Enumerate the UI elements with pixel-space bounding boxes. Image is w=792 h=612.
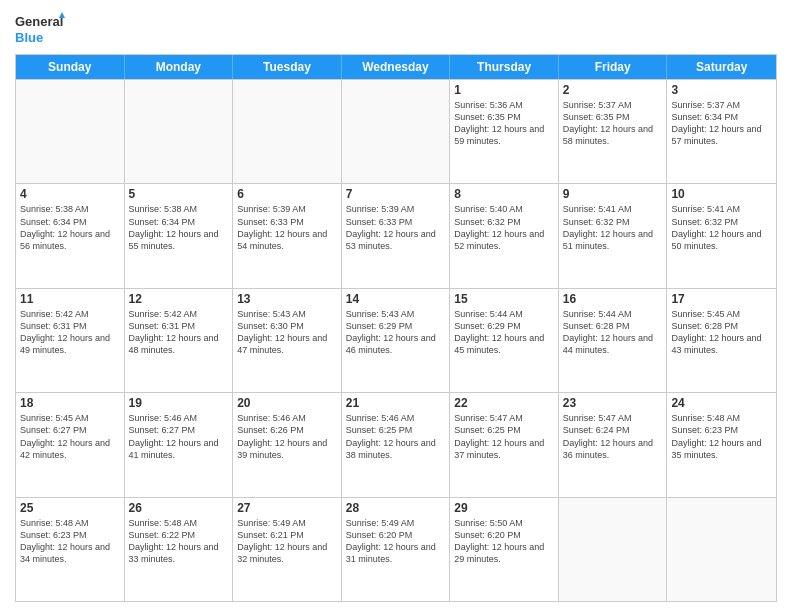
calendar-cell-0-4: 1Sunrise: 5:36 AM Sunset: 6:35 PM Daylig… [450,80,559,183]
day-detail-15: Sunrise: 5:44 AM Sunset: 6:29 PM Dayligh… [454,308,554,357]
day-number-23: 23 [563,396,663,410]
day-number-9: 9 [563,187,663,201]
logo: General Blue [15,10,65,48]
day-number-14: 14 [346,292,446,306]
day-number-27: 27 [237,501,337,515]
calendar-row-1: 4Sunrise: 5:38 AM Sunset: 6:34 PM Daylig… [16,183,776,287]
calendar-cell-3-2: 20Sunrise: 5:46 AM Sunset: 6:26 PM Dayli… [233,393,342,496]
calendar-cell-1-1: 5Sunrise: 5:38 AM Sunset: 6:34 PM Daylig… [125,184,234,287]
day-detail-12: Sunrise: 5:42 AM Sunset: 6:31 PM Dayligh… [129,308,229,357]
calendar-header-row: SundayMondayTuesdayWednesdayThursdayFrid… [16,55,776,79]
calendar-cell-2-1: 12Sunrise: 5:42 AM Sunset: 6:31 PM Dayli… [125,289,234,392]
logo-svg: General Blue [15,10,65,48]
day-number-7: 7 [346,187,446,201]
day-detail-27: Sunrise: 5:49 AM Sunset: 6:21 PM Dayligh… [237,517,337,566]
day-detail-2: Sunrise: 5:37 AM Sunset: 6:35 PM Dayligh… [563,99,663,148]
header-cell-thursday: Thursday [450,55,559,79]
header: General Blue [15,10,777,48]
header-cell-tuesday: Tuesday [233,55,342,79]
day-number-11: 11 [20,292,120,306]
calendar-cell-4-2: 27Sunrise: 5:49 AM Sunset: 6:21 PM Dayli… [233,498,342,601]
day-number-28: 28 [346,501,446,515]
day-detail-28: Sunrise: 5:49 AM Sunset: 6:20 PM Dayligh… [346,517,446,566]
day-number-3: 3 [671,83,772,97]
day-number-18: 18 [20,396,120,410]
day-detail-19: Sunrise: 5:46 AM Sunset: 6:27 PM Dayligh… [129,412,229,461]
calendar-cell-2-3: 14Sunrise: 5:43 AM Sunset: 6:29 PM Dayli… [342,289,451,392]
day-detail-24: Sunrise: 5:48 AM Sunset: 6:23 PM Dayligh… [671,412,772,461]
day-detail-6: Sunrise: 5:39 AM Sunset: 6:33 PM Dayligh… [237,203,337,252]
calendar-cell-4-1: 26Sunrise: 5:48 AM Sunset: 6:22 PM Dayli… [125,498,234,601]
calendar-cell-4-0: 25Sunrise: 5:48 AM Sunset: 6:23 PM Dayli… [16,498,125,601]
calendar-cell-2-2: 13Sunrise: 5:43 AM Sunset: 6:30 PM Dayli… [233,289,342,392]
day-detail-29: Sunrise: 5:50 AM Sunset: 6:20 PM Dayligh… [454,517,554,566]
calendar-cell-3-6: 24Sunrise: 5:48 AM Sunset: 6:23 PM Dayli… [667,393,776,496]
day-number-26: 26 [129,501,229,515]
day-detail-11: Sunrise: 5:42 AM Sunset: 6:31 PM Dayligh… [20,308,120,357]
calendar-cell-4-5 [559,498,668,601]
calendar-body: 1Sunrise: 5:36 AM Sunset: 6:35 PM Daylig… [16,79,776,601]
day-number-1: 1 [454,83,554,97]
day-detail-5: Sunrise: 5:38 AM Sunset: 6:34 PM Dayligh… [129,203,229,252]
day-detail-1: Sunrise: 5:36 AM Sunset: 6:35 PM Dayligh… [454,99,554,148]
day-detail-22: Sunrise: 5:47 AM Sunset: 6:25 PM Dayligh… [454,412,554,461]
day-detail-10: Sunrise: 5:41 AM Sunset: 6:32 PM Dayligh… [671,203,772,252]
svg-text:Blue: Blue [15,30,43,45]
calendar-cell-4-4: 29Sunrise: 5:50 AM Sunset: 6:20 PM Dayli… [450,498,559,601]
header-cell-friday: Friday [559,55,668,79]
calendar-cell-3-5: 23Sunrise: 5:47 AM Sunset: 6:24 PM Dayli… [559,393,668,496]
day-number-12: 12 [129,292,229,306]
calendar-cell-3-4: 22Sunrise: 5:47 AM Sunset: 6:25 PM Dayli… [450,393,559,496]
day-number-10: 10 [671,187,772,201]
calendar-cell-0-1 [125,80,234,183]
day-number-13: 13 [237,292,337,306]
day-detail-17: Sunrise: 5:45 AM Sunset: 6:28 PM Dayligh… [671,308,772,357]
calendar-cell-3-0: 18Sunrise: 5:45 AM Sunset: 6:27 PM Dayli… [16,393,125,496]
header-cell-sunday: Sunday [16,55,125,79]
day-number-21: 21 [346,396,446,410]
day-number-22: 22 [454,396,554,410]
calendar-cell-2-6: 17Sunrise: 5:45 AM Sunset: 6:28 PM Dayli… [667,289,776,392]
svg-text:General: General [15,14,63,29]
calendar-cell-4-6 [667,498,776,601]
day-number-19: 19 [129,396,229,410]
day-detail-18: Sunrise: 5:45 AM Sunset: 6:27 PM Dayligh… [20,412,120,461]
day-number-16: 16 [563,292,663,306]
day-number-15: 15 [454,292,554,306]
calendar-cell-2-4: 15Sunrise: 5:44 AM Sunset: 6:29 PM Dayli… [450,289,559,392]
day-number-8: 8 [454,187,554,201]
calendar-cell-4-3: 28Sunrise: 5:49 AM Sunset: 6:20 PM Dayli… [342,498,451,601]
day-detail-4: Sunrise: 5:38 AM Sunset: 6:34 PM Dayligh… [20,203,120,252]
calendar-cell-0-2 [233,80,342,183]
calendar: SundayMondayTuesdayWednesdayThursdayFrid… [15,54,777,602]
calendar-cell-1-0: 4Sunrise: 5:38 AM Sunset: 6:34 PM Daylig… [16,184,125,287]
day-detail-16: Sunrise: 5:44 AM Sunset: 6:28 PM Dayligh… [563,308,663,357]
calendar-cell-3-3: 21Sunrise: 5:46 AM Sunset: 6:25 PM Dayli… [342,393,451,496]
day-detail-25: Sunrise: 5:48 AM Sunset: 6:23 PM Dayligh… [20,517,120,566]
day-detail-23: Sunrise: 5:47 AM Sunset: 6:24 PM Dayligh… [563,412,663,461]
calendar-row-0: 1Sunrise: 5:36 AM Sunset: 6:35 PM Daylig… [16,79,776,183]
header-cell-saturday: Saturday [667,55,776,79]
calendar-cell-1-4: 8Sunrise: 5:40 AM Sunset: 6:32 PM Daylig… [450,184,559,287]
day-number-25: 25 [20,501,120,515]
day-number-6: 6 [237,187,337,201]
day-number-17: 17 [671,292,772,306]
day-detail-13: Sunrise: 5:43 AM Sunset: 6:30 PM Dayligh… [237,308,337,357]
day-detail-9: Sunrise: 5:41 AM Sunset: 6:32 PM Dayligh… [563,203,663,252]
calendar-cell-0-0 [16,80,125,183]
calendar-cell-2-5: 16Sunrise: 5:44 AM Sunset: 6:28 PM Dayli… [559,289,668,392]
day-number-5: 5 [129,187,229,201]
calendar-row-4: 25Sunrise: 5:48 AM Sunset: 6:23 PM Dayli… [16,497,776,601]
day-detail-14: Sunrise: 5:43 AM Sunset: 6:29 PM Dayligh… [346,308,446,357]
page: General Blue SundayMondayTuesdayWednesda… [0,0,792,612]
day-detail-3: Sunrise: 5:37 AM Sunset: 6:34 PM Dayligh… [671,99,772,148]
header-cell-wednesday: Wednesday [342,55,451,79]
day-number-20: 20 [237,396,337,410]
calendar-row-2: 11Sunrise: 5:42 AM Sunset: 6:31 PM Dayli… [16,288,776,392]
calendar-cell-0-3 [342,80,451,183]
calendar-cell-1-3: 7Sunrise: 5:39 AM Sunset: 6:33 PM Daylig… [342,184,451,287]
calendar-cell-1-6: 10Sunrise: 5:41 AM Sunset: 6:32 PM Dayli… [667,184,776,287]
calendar-cell-1-5: 9Sunrise: 5:41 AM Sunset: 6:32 PM Daylig… [559,184,668,287]
day-detail-20: Sunrise: 5:46 AM Sunset: 6:26 PM Dayligh… [237,412,337,461]
calendar-cell-3-1: 19Sunrise: 5:46 AM Sunset: 6:27 PM Dayli… [125,393,234,496]
